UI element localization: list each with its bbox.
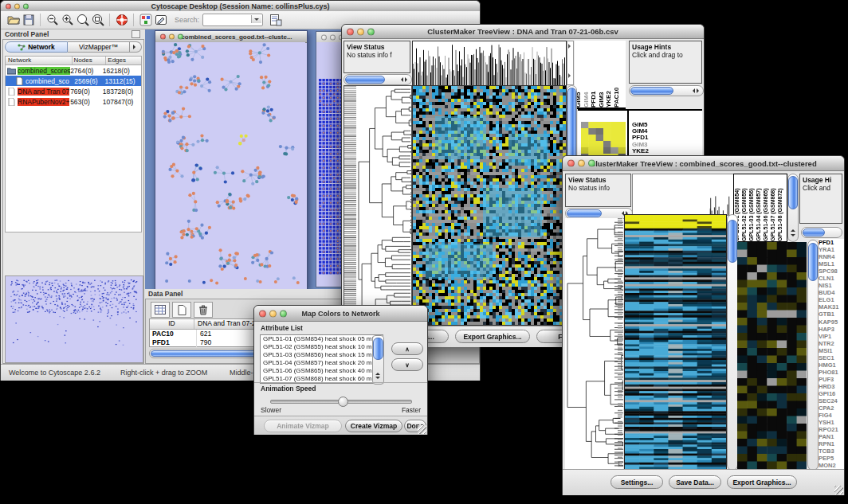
zoom-window-icon[interactable] — [588, 160, 595, 167]
column-label[interactable]: GPL51-03 (GSM856) — [748, 176, 756, 241]
open-file-icon[interactable] — [6, 13, 21, 28]
scrollbar-thumb[interactable] — [345, 76, 385, 84]
column-label[interactable]: GPL51-06 (GSM865) — [763, 176, 770, 241]
scrollbar-thumb[interactable] — [630, 87, 673, 95]
attribute-list[interactable]: GPL51-01 (GSM854) heat shock 05 minGPL51… — [260, 334, 383, 384]
column-label[interactable]: GPL51-07 (GSM868) — [770, 176, 777, 241]
expand-icon[interactable] — [568, 44, 573, 49]
row-label[interactable]: NTR2 — [819, 340, 844, 347]
zoom-window-icon[interactable] — [178, 34, 183, 40]
minimize-icon[interactable] — [14, 3, 20, 9]
save-icon[interactable] — [21, 13, 36, 28]
scroll-up-icon[interactable] — [791, 227, 795, 232]
scrollbar-thumb[interactable] — [803, 229, 825, 236]
network-row[interactable]: RNAPuberNov2+ 563(0) 107847(0) — [6, 96, 141, 107]
zoom-window-icon[interactable] — [367, 28, 375, 35]
zoom-selected-icon[interactable] — [75, 13, 90, 28]
treeview2-column-labels[interactable]: GPL51-01 (GSM854)GPL51-02 (GSM855)GPL51-… — [733, 174, 787, 242]
row-label[interactable]: GTB1 — [819, 311, 844, 318]
tab-vizmapper[interactable]: VizMapper™ — [68, 41, 130, 53]
window-controls[interactable] — [6, 3, 29, 9]
animate-vizmap-button[interactable]: Animate Vizmap — [264, 420, 342, 432]
minimize-icon[interactable] — [269, 310, 277, 317]
slider-thumb[interactable] — [338, 397, 348, 407]
row-label[interactable]: PHO81 — [819, 369, 844, 376]
scroll-left-icon[interactable] — [690, 88, 695, 93]
row-label[interactable]: KAP95 — [819, 318, 844, 326]
scroll-down-icon[interactable] — [791, 234, 795, 239]
row-label[interactable]: MSL1 — [819, 260, 844, 268]
row-label[interactable]: ELG1 — [819, 296, 844, 303]
close-icon[interactable] — [160, 34, 166, 40]
zoom-window-icon[interactable] — [23, 3, 29, 9]
row-label[interactable]: BUD4 — [819, 289, 844, 296]
scroll-down-icon[interactable] — [375, 377, 380, 381]
row-label[interactable]: VIP1 — [819, 333, 844, 340]
settings-button[interactable]: Settings... — [610, 475, 663, 489]
row-label[interactable]: PAN1 — [819, 433, 844, 440]
row-label[interactable]: TCB3 — [819, 447, 844, 455]
zoom-window-icon[interactable] — [280, 310, 287, 317]
resize-grip[interactable] — [418, 425, 426, 434]
row-label[interactable]: SEC1 — [819, 354, 844, 361]
row-label[interactable]: YRA1 — [819, 246, 844, 253]
export-graphics-button[interactable]: Export Graphics... — [455, 330, 530, 343]
row-label[interactable]: FIG4 — [819, 412, 844, 419]
col-nodes[interactable]: Nodes — [73, 57, 107, 64]
create-vizmap-button[interactable]: Create Vizmap — [345, 420, 402, 432]
attribute-item[interactable]: GPL51-01 (GSM854) heat shock 05 min — [261, 335, 383, 343]
column-label[interactable]: GPL51-04 (GSM857) — [756, 176, 763, 241]
network-overview-thumbnail[interactable] — [5, 275, 143, 363]
treeview1-column-labels[interactable]: GIM5GIM4PFD1GIM3YKE2PAC10 — [575, 41, 626, 109]
network-canvas-1[interactable] — [155, 42, 305, 287]
treeview1-heatmap[interactable] — [412, 85, 567, 326]
row-label[interactable]: HRD3 — [819, 383, 844, 390]
column-label[interactable]: GIM4 — [583, 44, 591, 107]
row-label[interactable]: NIS1 — [819, 282, 844, 289]
treeview2-labels-vscrollbar[interactable] — [787, 174, 799, 242]
export-graphics-button[interactable]: Export Graphics... — [727, 475, 797, 489]
treeview2-titlebar[interactable]: ClusterMaker TreeView : combined_scores_… — [563, 156, 844, 171]
row-label[interactable]: RPN1 — [819, 440, 844, 447]
column-label[interactable]: PAC10 — [613, 44, 621, 107]
move-down-button[interactable]: ∨ — [391, 358, 423, 371]
row-label[interactable]: YSH1 — [819, 419, 844, 426]
expand-icon[interactable] — [568, 73, 573, 78]
treeview1-hscrollbar-right[interactable] — [629, 85, 704, 96]
animation-speed-slider[interactable] — [270, 400, 412, 404]
scrollbar-thumb[interactable] — [728, 220, 737, 263]
row-label[interactable]: PEP5 — [819, 455, 844, 462]
treeview2-column-dendrogram[interactable] — [632, 174, 734, 216]
move-up-button[interactable]: ∧ — [391, 342, 423, 355]
minimize-icon[interactable] — [578, 160, 585, 167]
scroll-right-icon[interactable] — [405, 77, 410, 82]
resize-grip[interactable] — [834, 486, 843, 494]
save-data-button[interactable]: Save Data... — [669, 475, 721, 489]
attribute-table-icon[interactable] — [151, 302, 170, 318]
scroll-right-icon[interactable] — [697, 88, 701, 93]
treeview2-row-dendrogram[interactable] — [565, 218, 623, 469]
close-icon[interactable] — [6, 3, 11, 9]
row-label[interactable]: PFD1 — [819, 239, 844, 246]
col-edges[interactable]: Edges — [106, 57, 141, 64]
network-row-selected[interactable]: combined_sco 2569(6) 13112(15) — [6, 76, 141, 86]
new-attribute-icon[interactable] — [172, 302, 191, 318]
row-label[interactable]: CLN1 — [819, 275, 844, 282]
search-dropdown-button[interactable] — [251, 15, 261, 23]
row-label[interactable]: RPO21 — [819, 426, 844, 433]
minimize-icon[interactable] — [357, 28, 364, 35]
column-label[interactable]: YKE2 — [605, 44, 613, 107]
row-label[interactable]: MSI1 — [819, 347, 844, 354]
treeview2-detail-vscrollbar[interactable] — [807, 240, 819, 471]
treeview2-hscrollbar-left[interactable] — [565, 208, 633, 219]
attribute-item[interactable]: GPL51-02 (GSM855) heat shock 10 min — [261, 343, 383, 351]
attribute-item[interactable]: GPL51-06 (GSM865) heat shock 40 min — [261, 367, 383, 375]
row-label[interactable]: HAP3 — [819, 326, 844, 333]
attribute-list-vscrollbar[interactable] — [372, 335, 384, 385]
treeview2-row-labels[interactable]: PFD1YRA1RNR4MSL1SPC98CLN1NIS1BUD4ELG1MAK… — [819, 239, 844, 470]
col-network[interactable]: Network — [6, 57, 73, 64]
treeview1-summary-heatmap[interactable] — [581, 122, 626, 160]
scrollbar-thumb[interactable] — [567, 209, 602, 217]
column-label[interactable]: GPL51-02 (GSM855) — [741, 176, 748, 241]
vizmapper-icon[interactable] — [138, 13, 153, 28]
